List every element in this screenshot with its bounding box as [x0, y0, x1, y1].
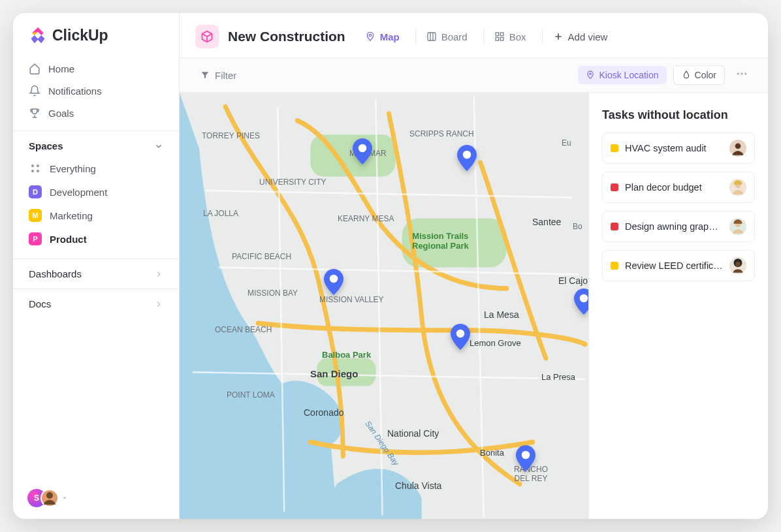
user-menu[interactable]: S: [13, 477, 179, 519]
svg-point-33: [735, 262, 741, 267]
map-label: MISSION VALLEY: [319, 295, 383, 304]
primary-nav: Home Notifications Goals: [13, 55, 179, 131]
map-label: UNIVERSITY CITY: [259, 178, 326, 187]
filter-button[interactable]: Filter: [195, 66, 242, 85]
more-horizontal-icon: [735, 67, 748, 80]
status-indicator: [611, 262, 618, 270]
assignee-avatar: [729, 140, 746, 157]
main-area: New Construction Map Board Box Add view: [180, 13, 768, 519]
view-tab-label: Box: [509, 31, 526, 42]
map-label: Chula Vista: [395, 480, 441, 491]
nav-home[interactable]: Home: [22, 57, 170, 80]
map-pin[interactable]: [457, 145, 477, 171]
section-docs[interactable]: Docs: [13, 289, 179, 319]
topbar: New Construction Map Board Box Add view: [180, 13, 768, 57]
map-pin[interactable]: [353, 138, 372, 164]
map-label-park: Balboa Park: [322, 350, 371, 360]
space-product[interactable]: P Product: [22, 227, 170, 251]
view-tab-box[interactable]: Box: [483, 27, 533, 46]
map-label: La Mesa: [484, 309, 519, 320]
task-card[interactable]: Plan decor budget: [602, 172, 755, 203]
view-tab-board[interactable]: Board: [415, 27, 474, 46]
map-pin[interactable]: [574, 289, 588, 315]
map-label: LA JOLLA: [203, 209, 238, 218]
chip-label: Kiosk Location: [599, 70, 658, 80]
chevron-right-icon: [154, 300, 163, 309]
task-card[interactable]: HVAC system audit: [602, 133, 755, 164]
svg-rect-10: [500, 37, 503, 40]
space-marketing[interactable]: M Marketing: [22, 204, 170, 227]
map-label: SCRIPPS RANCH: [409, 129, 474, 138]
map-label: El Cajo: [558, 275, 588, 286]
svg-point-12: [737, 72, 739, 74]
content: TORREY PINES MIRAMAR SCRIPPS RANCH UNIVE…: [180, 93, 768, 519]
svg-point-11: [590, 73, 591, 74]
assignee-avatar: [729, 218, 746, 235]
space-label: Everything: [50, 163, 96, 174]
kiosk-location-chip[interactable]: Kiosk Location: [578, 66, 666, 84]
nav-label: Notifications: [48, 86, 102, 97]
sidebar: ClickUp Home Notifications Goals Spaces: [13, 13, 180, 519]
bell-icon: [29, 85, 40, 97]
space-label: Development: [50, 187, 107, 198]
spaces-list: Everything D Development M Marketing P P…: [13, 157, 179, 258]
section-dashboards[interactable]: Dashboards: [13, 258, 179, 289]
map-pin[interactable]: [324, 269, 343, 295]
chip-label: Color: [695, 70, 716, 80]
status-indicator: [611, 223, 618, 230]
box-grid-icon: [494, 31, 505, 42]
view-tab-label: Board: [441, 31, 468, 42]
map-label: Bonita: [480, 448, 504, 458]
project-icon: [195, 25, 219, 48]
task-card[interactable]: Review LEED certific…: [602, 250, 755, 281]
svg-point-5: [369, 34, 371, 36]
brand-logo[interactable]: ClickUp: [13, 26, 179, 55]
more-button[interactable]: [731, 65, 752, 86]
chevron-right-icon: [154, 270, 163, 279]
space-badge: D: [29, 185, 42, 198]
pin-icon: [365, 31, 375, 42]
map-pin[interactable]: [451, 324, 470, 350]
nav-label: Home: [48, 63, 74, 74]
nav-label: Goals: [48, 108, 74, 119]
color-chip[interactable]: Color: [673, 65, 725, 85]
task-title: Plan decor budget: [625, 182, 723, 193]
svg-rect-8: [500, 33, 503, 36]
svg-point-14: [744, 72, 746, 74]
space-badge: P: [29, 232, 42, 245]
map-label: Lemon Grove: [470, 338, 521, 348]
view-tab-map[interactable]: Map: [360, 27, 406, 46]
task-card[interactable]: Design awning grap…: [602, 211, 755, 242]
svg-point-13: [741, 72, 742, 74]
map-label-city: San Diego: [310, 368, 358, 379]
nav-goals[interactable]: Goals: [22, 102, 170, 124]
status-indicator: [611, 183, 618, 191]
svg-point-20: [463, 151, 471, 159]
add-view-label: Add view: [568, 31, 608, 42]
pin-icon: [586, 70, 595, 80]
nav-notifications[interactable]: Notifications: [22, 80, 170, 102]
space-everything[interactable]: Everything: [22, 157, 170, 180]
map-label: Bo: [573, 222, 582, 231]
app-window: ClickUp Home Notifications Goals Spaces: [13, 13, 768, 519]
space-development[interactable]: D Development: [22, 180, 170, 204]
svg-point-23: [522, 451, 530, 460]
map-label: PACIFIC BEACH: [232, 252, 291, 261]
section-label: Docs: [29, 298, 51, 309]
svg-point-3: [37, 170, 39, 172]
task-title: Design awning grap…: [625, 221, 723, 232]
map-view[interactable]: TORREY PINES MIRAMAR SCRIPPS RANCH UNIVE…: [180, 93, 588, 519]
svg-point-26: [735, 143, 741, 149]
svg-point-21: [330, 275, 338, 283]
svg-point-1: [37, 165, 39, 167]
spaces-header[interactable]: Spaces: [13, 131, 179, 157]
svg-point-2: [32, 170, 34, 172]
task-title: HVAC system audit: [625, 143, 723, 153]
caret-down-icon: [61, 495, 68, 501]
add-view-button[interactable]: Add view: [542, 27, 614, 46]
map-pin[interactable]: [516, 445, 535, 471]
map-label-park: Mission Trails Regional Park: [412, 231, 469, 251]
panel-title: Tasks without location: [602, 108, 755, 122]
task-title: Review LEED certific…: [625, 260, 723, 271]
home-icon: [29, 63, 40, 74]
